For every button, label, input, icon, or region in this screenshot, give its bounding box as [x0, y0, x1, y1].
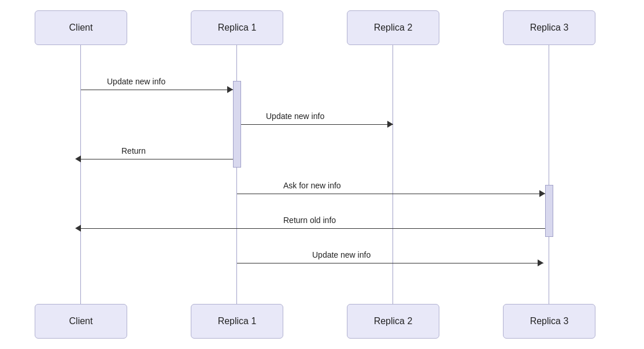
lifeline-replica3: [549, 45, 549, 304]
arrowhead-msg3: [75, 155, 81, 162]
actor-client-top: Client: [35, 10, 127, 45]
actor-replica3-top: Replica 3: [503, 10, 595, 45]
activation-replica1: [233, 81, 241, 168]
lifeline-replica2: [393, 45, 393, 304]
lifeline-client: [80, 45, 81, 304]
actor-client-bottom: Client: [35, 304, 127, 339]
arrow-msg4: [237, 194, 545, 194]
arrowhead-msg1: [227, 86, 233, 93]
arrowhead-msg5: [75, 225, 81, 232]
arrowhead-msg4: [539, 190, 545, 197]
arrow-msg5: [81, 228, 545, 229]
arrow-msg6: [237, 263, 543, 263]
actor-replica1-top: Replica 1: [191, 10, 283, 45]
arrow-msg1: [81, 90, 233, 90]
actor-replica2-bottom: Replica 2: [347, 304, 439, 339]
arrow-msg3: [81, 159, 233, 159]
arrow-msg2: [241, 124, 393, 125]
label-msg6: Update new info: [312, 250, 371, 259]
activation-replica3: [545, 185, 553, 237]
actor-replica1-bottom: Replica 1: [191, 304, 283, 339]
arrowhead-msg2: [387, 121, 393, 128]
sequence-diagram: Client Replica 1 Replica 2 Replica 3 Cli…: [0, 0, 644, 349]
actor-replica2-top: Replica 2: [347, 10, 439, 45]
label-msg1: Update new info: [107, 77, 165, 86]
actor-replica3-bottom: Replica 3: [503, 304, 595, 339]
arrowhead-msg6: [538, 259, 543, 266]
label-msg3: Return: [121, 146, 146, 155]
label-msg5: Return old info: [283, 216, 336, 225]
label-msg2: Update new info: [266, 112, 324, 121]
label-msg4: Ask for new info: [283, 181, 341, 190]
